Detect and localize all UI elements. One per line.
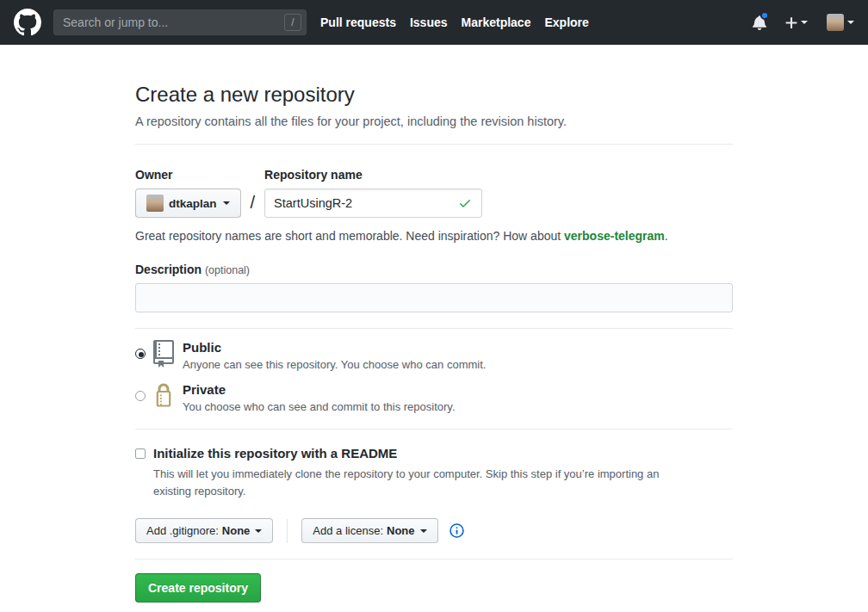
user-avatar <box>827 14 844 31</box>
public-label: Public <box>183 340 486 355</box>
owner-name: dtkaplan <box>169 197 217 210</box>
name-suggestion-hint: Great repository names are short and mem… <box>135 229 733 243</box>
private-option-text: Private You choose who can see and commi… <box>183 382 456 413</box>
primary-nav: Pull requests Issues Marketplace Explore <box>320 15 603 29</box>
info-icon[interactable] <box>450 523 464 538</box>
page-subtitle: A repository contains all the files for … <box>135 114 733 128</box>
owner-repo-row: Owner dtkaplan / Repository name <box>135 168 733 218</box>
nav-issues[interactable]: Issues <box>410 15 448 29</box>
chevron-down-icon <box>847 21 854 24</box>
create-new-menu[interactable] <box>785 15 808 30</box>
description-label: Description (optional) <box>135 263 733 276</box>
owner-repo-separator: / <box>251 193 256 218</box>
page-title: Create a new repository <box>135 83 733 107</box>
gitignore-dropdown-button[interactable]: Add .gitignore: None <box>135 518 273 543</box>
private-description: You choose who can see and commit to thi… <box>183 400 456 413</box>
github-logo-icon[interactable] <box>14 9 41 36</box>
license-dropdown-button[interactable]: Add a license: None <box>301 518 437 543</box>
nav-pull-requests[interactable]: Pull requests <box>320 15 396 29</box>
readme-description: This will let you immediately clone the … <box>153 466 699 500</box>
public-description: Anyone can see this repository. You choo… <box>183 358 486 371</box>
repo-book-icon <box>153 340 174 371</box>
slash-shortcut-key: / <box>284 14 301 31</box>
unread-notification-dot <box>760 11 769 20</box>
visibility-option-private[interactable]: Private You choose who can see and commi… <box>135 382 733 413</box>
divider <box>135 559 733 559</box>
new-repository-form: Create a new repository A repository con… <box>135 83 733 603</box>
nav-marketplace[interactable]: Marketplace <box>462 15 531 29</box>
chevron-down-icon <box>420 529 427 533</box>
readme-text: Initialize this repository with a README… <box>153 446 699 500</box>
divider <box>135 328 733 329</box>
gitignore-value: None <box>222 524 251 537</box>
owner-select-button[interactable]: dtkaplan <box>135 189 241 218</box>
chevron-down-icon <box>255 529 262 533</box>
public-option-text: Public Anyone can see this repository. Y… <box>183 340 486 371</box>
private-label: Private <box>183 382 456 397</box>
license-prefix: Add a license: <box>313 524 383 537</box>
private-radio[interactable] <box>135 391 146 401</box>
owner-group: Owner dtkaplan <box>135 168 241 218</box>
create-repository-button[interactable]: Create repository <box>135 573 261 603</box>
plus-icon <box>785 15 797 30</box>
description-group: Description (optional) <box>135 263 733 312</box>
optional-note: (optional) <box>205 264 250 276</box>
submit-row: Create repository <box>135 573 733 603</box>
notifications-bell-icon[interactable] <box>753 15 766 30</box>
divider <box>135 429 733 430</box>
global-search: / <box>53 9 307 35</box>
lock-icon <box>153 382 174 411</box>
repo-name-input[interactable] <box>264 189 482 218</box>
readme-label[interactable]: Initialize this repository with a README <box>153 446 699 461</box>
top-navbar: / Pull requests Issues Marketplace Explo… <box>0 0 868 45</box>
search-input[interactable] <box>54 10 306 34</box>
suggested-name-link[interactable]: verbose-telegram <box>564 229 665 243</box>
readme-checkbox[interactable] <box>135 448 146 459</box>
description-label-text: Description <box>135 263 202 276</box>
chevron-down-icon <box>801 21 808 24</box>
nav-explore[interactable]: Explore <box>544 15 588 29</box>
repo-name-label: Repository name <box>264 168 482 182</box>
readme-option: Initialize this repository with a README… <box>135 446 733 500</box>
chevron-down-icon <box>223 201 230 205</box>
owner-avatar <box>146 195 164 212</box>
owner-label: Owner <box>135 168 241 182</box>
gitignore-prefix: Add .gitignore: <box>146 524 219 537</box>
license-value: None <box>387 524 415 537</box>
vertical-divider <box>287 519 288 543</box>
hint-period: . <box>665 229 668 243</box>
user-menu[interactable] <box>827 14 854 31</box>
navbar-right-controls <box>753 14 854 31</box>
description-input[interactable] <box>135 283 733 312</box>
divider <box>135 144 733 145</box>
valid-check-icon <box>458 196 472 213</box>
public-radio[interactable] <box>135 349 146 359</box>
template-buttons-row: Add .gitignore: None Add a license: None <box>135 518 733 543</box>
hint-text: Great repository names are short and mem… <box>135 229 564 243</box>
visibility-option-public[interactable]: Public Anyone can see this repository. Y… <box>135 340 733 371</box>
repo-name-group: Repository name <box>264 168 482 218</box>
